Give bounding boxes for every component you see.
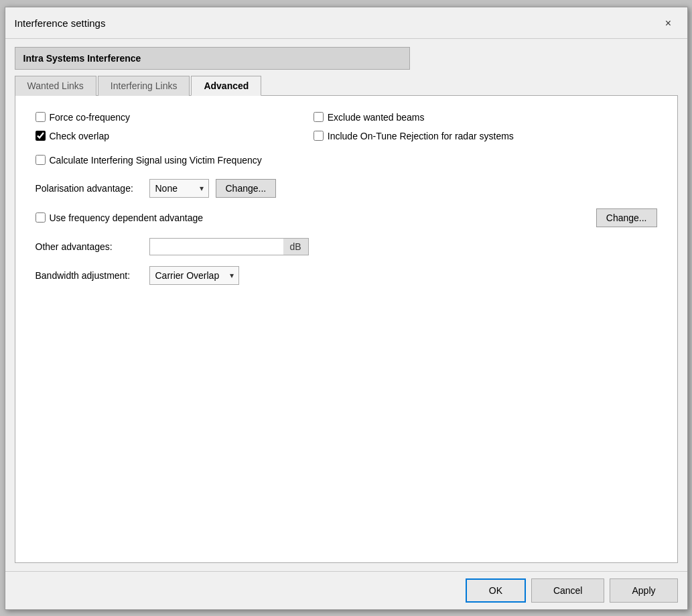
dialog-body: Intra Systems Interference Wanted Links … — [5, 39, 687, 571]
tab-wanted-links[interactable]: Wanted Links — [15, 76, 96, 96]
other-advantages-label: Other advantages: — [36, 241, 143, 252]
dialog-footer: OK Cancel Apply — [5, 571, 687, 609]
exclude-wanted-beams-row: Exclude wanted beams — [314, 112, 657, 123]
exclude-wanted-beams-label: Exclude wanted beams — [328, 112, 425, 123]
bandwidth-adjustment-row: Bandwidth adjustment: Carrier Overlap No… — [36, 266, 657, 285]
bandwidth-adjustment-label: Bandwidth adjustment: — [36, 270, 143, 281]
calculate-interfering-row: Calculate Interfering Signal using Victi… — [36, 155, 657, 166]
tabs-container: Wanted Links Interfering Links Advanced — [15, 75, 678, 96]
include-on-tune-label: Include On-Tune Rejection for radar syst… — [328, 131, 514, 141]
other-advantages-row: Other advantages: 0.0 dB — [36, 238, 657, 255]
other-advantages-input-group: 0.0 dB — [149, 238, 309, 255]
tab-interfering-links[interactable]: Interfering Links — [98, 76, 190, 96]
polarisation-dropdown[interactable]: None Fixed Variable — [149, 179, 209, 198]
interference-settings-dialog: Interference settings × Intra Systems In… — [5, 7, 688, 610]
polarisation-change-button[interactable]: Change... — [216, 179, 277, 198]
title-bar: Interference settings × — [5, 7, 687, 39]
check-overlap-label: Check overlap — [50, 131, 110, 141]
options-grid: Force co-frequency Exclude wanted beams … — [36, 112, 657, 141]
polarisation-dropdown-wrapper: None Fixed Variable — [149, 179, 209, 198]
other-advantages-input[interactable]: 0.0 — [149, 238, 283, 255]
calculate-interfering-checkbox[interactable] — [36, 155, 46, 165]
freq-dependent-checkbox[interactable] — [36, 212, 46, 223]
exclude-wanted-beams-checkbox[interactable] — [314, 112, 324, 122]
force-co-frequency-label: Force co-frequency — [50, 112, 131, 123]
freq-dependent-checkbox-row: Use frequency dependent advantage — [36, 212, 204, 223]
include-on-tune-row: Include On-Tune Rejection for radar syst… — [314, 131, 657, 141]
freq-dependent-change-button[interactable]: Change... — [596, 208, 657, 227]
polarisation-row: Polarisation advantage: None Fixed Varia… — [36, 179, 657, 198]
force-co-frequency-checkbox[interactable] — [36, 112, 46, 122]
include-on-tune-checkbox[interactable] — [314, 131, 324, 141]
polarisation-label: Polarisation advantage: — [36, 183, 143, 194]
check-overlap-row: Check overlap — [36, 131, 273, 141]
other-advantages-unit: dB — [283, 238, 309, 255]
check-overlap-checkbox[interactable] — [36, 131, 46, 141]
section-header: Intra Systems Interference — [15, 47, 410, 70]
freq-dependent-row: Use frequency dependent advantage Change… — [36, 208, 657, 227]
close-button[interactable]: × — [659, 14, 678, 33]
dialog-title: Interference settings — [15, 17, 106, 29]
calculate-interfering-label: Calculate Interfering Signal using Victi… — [50, 155, 262, 166]
freq-dependent-label: Use frequency dependent advantage — [50, 212, 204, 223]
ok-button[interactable]: OK — [466, 578, 526, 603]
bandwidth-dropdown-wrapper: Carrier Overlap None Custom — [149, 266, 239, 285]
tab-advanced[interactable]: Advanced — [191, 76, 261, 96]
bandwidth-dropdown[interactable]: Carrier Overlap None Custom — [149, 266, 239, 285]
apply-button[interactable]: Apply — [610, 578, 677, 603]
force-co-frequency-row: Force co-frequency — [36, 112, 273, 123]
cancel-button[interactable]: Cancel — [531, 578, 605, 603]
tab-content-advanced: Force co-frequency Exclude wanted beams … — [15, 96, 678, 563]
